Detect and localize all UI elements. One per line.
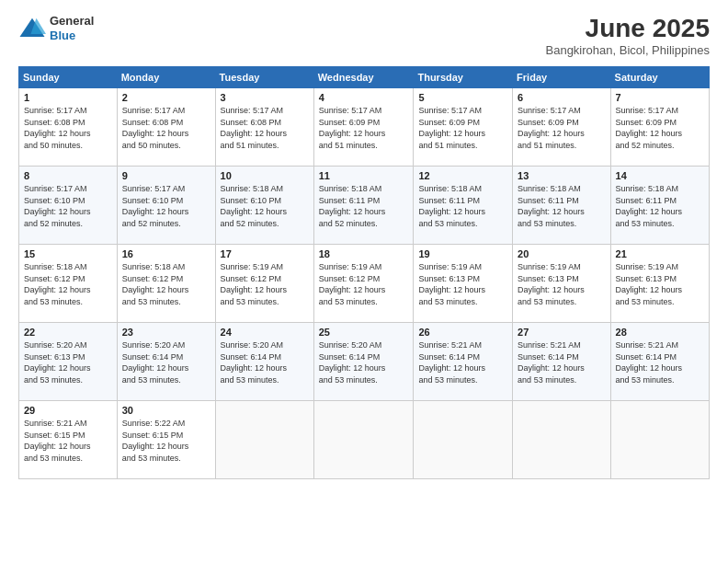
- day-info: Sunrise: 5:18 AM Sunset: 6:12 PM Dayligh…: [24, 261, 112, 307]
- calendar-cell: 12Sunrise: 5:18 AM Sunset: 6:11 PM Dayli…: [414, 167, 513, 245]
- calendar-cell: 6Sunrise: 5:17 AM Sunset: 6:09 PM Daylig…: [513, 88, 610, 167]
- day-info: Sunrise: 5:21 AM Sunset: 6:14 PM Dayligh…: [418, 339, 507, 385]
- weekday-header: Friday: [513, 67, 610, 88]
- calendar-cell: 17Sunrise: 5:19 AM Sunset: 6:12 PM Dayli…: [215, 245, 313, 323]
- day-info: Sunrise: 5:19 AM Sunset: 6:12 PM Dayligh…: [221, 261, 309, 307]
- weekday-header: Monday: [117, 67, 215, 88]
- day-info: Sunrise: 5:18 AM Sunset: 6:11 PM Dayligh…: [319, 183, 409, 229]
- day-number: 25: [319, 327, 409, 338]
- day-number: 1: [24, 92, 112, 103]
- day-info: Sunrise: 5:20 AM Sunset: 6:14 PM Dayligh…: [221, 339, 309, 385]
- calendar-cell: 1Sunrise: 5:17 AM Sunset: 6:08 PM Daylig…: [19, 88, 118, 167]
- weekday-header: Thursday: [414, 67, 513, 88]
- calendar-cell: 23Sunrise: 5:20 AM Sunset: 6:14 PM Dayli…: [117, 323, 215, 401]
- calendar-cell: 25Sunrise: 5:20 AM Sunset: 6:14 PM Dayli…: [313, 323, 414, 401]
- weekday-header: Sunday: [19, 67, 118, 88]
- calendar-cell: 22Sunrise: 5:20 AM Sunset: 6:13 PM Dayli…: [19, 323, 118, 401]
- calendar-cell: 26Sunrise: 5:21 AM Sunset: 6:14 PM Dayli…: [414, 323, 513, 401]
- day-number: 27: [518, 327, 605, 338]
- logo-general-text: General: [50, 14, 94, 29]
- day-info: Sunrise: 5:18 AM Sunset: 6:11 PM Dayligh…: [616, 183, 704, 229]
- day-number: 7: [616, 92, 704, 103]
- day-info: Sunrise: 5:22 AM Sunset: 6:15 PM Dayligh…: [122, 418, 210, 464]
- day-number: 9: [122, 170, 210, 181]
- day-number: 2: [122, 92, 210, 103]
- day-number: 15: [24, 248, 112, 259]
- day-number: 8: [24, 170, 112, 181]
- calendar-cell: 21Sunrise: 5:19 AM Sunset: 6:13 PM Dayli…: [610, 245, 709, 323]
- calendar-cell: 11Sunrise: 5:18 AM Sunset: 6:11 PM Dayli…: [313, 167, 414, 245]
- calendar-week-row: 29Sunrise: 5:21 AM Sunset: 6:15 PM Dayli…: [19, 401, 710, 479]
- day-number: 26: [418, 327, 507, 338]
- calendar-cell: 4Sunrise: 5:17 AM Sunset: 6:09 PM Daylig…: [313, 88, 414, 167]
- weekday-header: Saturday: [610, 67, 709, 88]
- logo-icon: [18, 15, 46, 42]
- month-title: June 2025: [546, 14, 711, 43]
- day-number: 30: [122, 405, 210, 416]
- day-info: Sunrise: 5:17 AM Sunset: 6:10 PM Dayligh…: [122, 183, 210, 229]
- calendar-cell: 24Sunrise: 5:20 AM Sunset: 6:14 PM Dayli…: [215, 323, 313, 401]
- day-number: 20: [518, 248, 605, 259]
- day-info: Sunrise: 5:18 AM Sunset: 6:12 PM Dayligh…: [122, 261, 210, 307]
- day-info: Sunrise: 5:21 AM Sunset: 6:15 PM Dayligh…: [24, 418, 112, 464]
- day-number: 29: [24, 405, 112, 416]
- day-info: Sunrise: 5:17 AM Sunset: 6:08 PM Dayligh…: [221, 105, 309, 151]
- day-info: Sunrise: 5:19 AM Sunset: 6:13 PM Dayligh…: [418, 261, 507, 307]
- day-number: 23: [122, 327, 210, 338]
- calendar-cell: 28Sunrise: 5:21 AM Sunset: 6:14 PM Dayli…: [610, 323, 709, 401]
- day-number: 3: [221, 92, 309, 103]
- calendar-cell: 30Sunrise: 5:22 AM Sunset: 6:15 PM Dayli…: [117, 401, 215, 479]
- day-info: Sunrise: 5:20 AM Sunset: 6:14 PM Dayligh…: [122, 339, 210, 385]
- day-info: Sunrise: 5:17 AM Sunset: 6:09 PM Dayligh…: [319, 105, 409, 151]
- calendar-cell: 8Sunrise: 5:17 AM Sunset: 6:10 PM Daylig…: [19, 167, 118, 245]
- calendar-cell: 2Sunrise: 5:17 AM Sunset: 6:08 PM Daylig…: [117, 88, 215, 167]
- day-info: Sunrise: 5:18 AM Sunset: 6:11 PM Dayligh…: [418, 183, 507, 229]
- calendar-cell: 29Sunrise: 5:21 AM Sunset: 6:15 PM Dayli…: [19, 401, 118, 479]
- calendar-header: SundayMondayTuesdayWednesdayThursdayFrid…: [19, 67, 710, 88]
- calendar-cell: 10Sunrise: 5:18 AM Sunset: 6:10 PM Dayli…: [215, 167, 313, 245]
- title-block: June 2025 Bangkirohan, Bicol, Philippine…: [546, 14, 711, 57]
- calendar-cell: 27Sunrise: 5:21 AM Sunset: 6:14 PM Dayli…: [513, 323, 610, 401]
- page-header: General Blue June 2025 Bangkirohan, Bico…: [18, 14, 710, 57]
- day-info: Sunrise: 5:20 AM Sunset: 6:14 PM Dayligh…: [319, 339, 409, 385]
- weekday-header-row: SundayMondayTuesdayWednesdayThursdayFrid…: [19, 67, 710, 88]
- calendar-cell: 18Sunrise: 5:19 AM Sunset: 6:12 PM Dayli…: [313, 245, 414, 323]
- calendar-cell: 20Sunrise: 5:19 AM Sunset: 6:13 PM Dayli…: [513, 245, 610, 323]
- day-info: Sunrise: 5:18 AM Sunset: 6:11 PM Dayligh…: [518, 183, 605, 229]
- day-info: Sunrise: 5:17 AM Sunset: 6:08 PM Dayligh…: [24, 105, 112, 151]
- calendar-body: 1Sunrise: 5:17 AM Sunset: 6:08 PM Daylig…: [19, 88, 710, 479]
- calendar-cell: 5Sunrise: 5:17 AM Sunset: 6:09 PM Daylig…: [414, 88, 513, 167]
- day-info: Sunrise: 5:21 AM Sunset: 6:14 PM Dayligh…: [518, 339, 605, 385]
- day-info: Sunrise: 5:19 AM Sunset: 6:13 PM Dayligh…: [616, 261, 704, 307]
- calendar-cell: 19Sunrise: 5:19 AM Sunset: 6:13 PM Dayli…: [414, 245, 513, 323]
- calendar-cell: 15Sunrise: 5:18 AM Sunset: 6:12 PM Dayli…: [19, 245, 118, 323]
- day-number: 11: [319, 170, 409, 181]
- day-info: Sunrise: 5:20 AM Sunset: 6:13 PM Dayligh…: [24, 339, 112, 385]
- calendar-cell: [414, 401, 513, 479]
- day-number: 5: [418, 92, 507, 103]
- day-number: 22: [24, 327, 112, 338]
- calendar-cell: [215, 401, 313, 479]
- day-number: 13: [518, 170, 605, 181]
- day-number: 14: [616, 170, 704, 181]
- calendar-cell: 13Sunrise: 5:18 AM Sunset: 6:11 PM Dayli…: [513, 167, 610, 245]
- day-number: 10: [221, 170, 309, 181]
- day-info: Sunrise: 5:17 AM Sunset: 6:09 PM Dayligh…: [518, 105, 605, 151]
- calendar-cell: 14Sunrise: 5:18 AM Sunset: 6:11 PM Dayli…: [610, 167, 709, 245]
- location: Bangkirohan, Bicol, Philippines: [546, 43, 711, 57]
- weekday-header: Tuesday: [215, 67, 313, 88]
- logo-blue-text: Blue: [50, 29, 94, 43]
- day-number: 19: [418, 248, 507, 259]
- day-info: Sunrise: 5:17 AM Sunset: 6:09 PM Dayligh…: [418, 105, 507, 151]
- weekday-header: Wednesday: [313, 67, 414, 88]
- day-number: 21: [616, 248, 704, 259]
- day-info: Sunrise: 5:18 AM Sunset: 6:10 PM Dayligh…: [221, 183, 309, 229]
- calendar-cell: 9Sunrise: 5:17 AM Sunset: 6:10 PM Daylig…: [117, 167, 215, 245]
- day-number: 24: [221, 327, 309, 338]
- calendar-week-row: 1Sunrise: 5:17 AM Sunset: 6:08 PM Daylig…: [19, 88, 710, 167]
- day-number: 16: [122, 248, 210, 259]
- calendar-cell: [513, 401, 610, 479]
- day-info: Sunrise: 5:17 AM Sunset: 6:10 PM Dayligh…: [24, 183, 112, 229]
- logo: General Blue: [18, 14, 94, 42]
- day-number: 12: [418, 170, 507, 181]
